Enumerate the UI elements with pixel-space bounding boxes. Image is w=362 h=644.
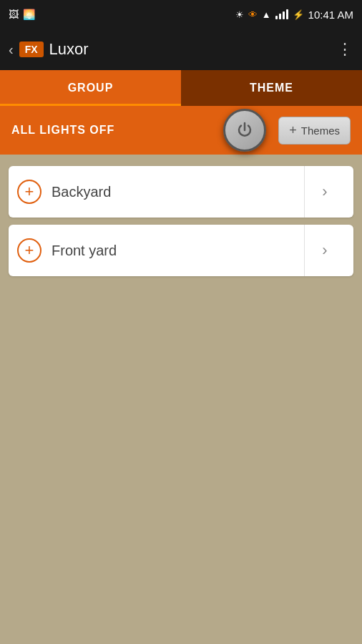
- tab-theme[interactable]: THEME: [181, 70, 362, 106]
- tab-group[interactable]: GROUP: [0, 70, 181, 106]
- themes-plus-icon: +: [289, 123, 297, 138]
- status-bar: 🖼 🌅 ☀ 👁 ▲ ⚡ 10:41 AM: [0, 0, 362, 29]
- power-toggle-button[interactable]: [220, 105, 270, 155]
- app-title: Luxor: [49, 40, 89, 59]
- battery-icon: ⚡: [293, 9, 304, 20]
- tab-theme-label: THEME: [250, 82, 293, 94]
- item-name: Front yard: [52, 243, 117, 259]
- clock: 10:41 AM: [308, 9, 353, 21]
- plus-icon: +: [25, 243, 34, 258]
- list-item-right[interactable]: ›: [305, 241, 345, 260]
- themes-button-label: Themes: [301, 125, 340, 137]
- plus-icon: +: [25, 184, 34, 200]
- tab-bar: GROUP THEME: [0, 70, 362, 106]
- signal-icon: [275, 9, 288, 19]
- power-toggle-bg: [223, 109, 266, 152]
- add-circle-button[interactable]: +: [17, 180, 41, 204]
- fx-badge: FX: [19, 42, 44, 57]
- overflow-menu-button[interactable]: ⋮: [337, 40, 353, 59]
- all-lights-label: ALL LIGHTS OFF: [11, 124, 220, 137]
- chevron-right-icon: ›: [322, 182, 327, 201]
- app-bar-left: ‹ FX Luxor: [9, 40, 89, 59]
- list-item-left: + Front yard: [17, 225, 305, 276]
- list-item[interactable]: + Backyard ›: [9, 166, 353, 218]
- list-item-right[interactable]: ›: [305, 182, 345, 201]
- control-band: ALL LIGHTS OFF + Themes: [0, 106, 362, 155]
- eye-icon: 👁: [248, 9, 258, 20]
- status-bar-right: ☀ 👁 ▲ ⚡ 10:41 AM: [235, 9, 353, 21]
- list-item[interactable]: + Front yard ›: [9, 225, 353, 276]
- brightness-icon: ☀: [235, 9, 244, 20]
- add-circle-button[interactable]: +: [17, 238, 41, 263]
- tab-group-label: GROUP: [68, 82, 114, 94]
- image-icon: 🖼: [9, 9, 19, 20]
- photo-icon: 🌅: [23, 9, 35, 20]
- wifi-icon: ▲: [262, 9, 271, 20]
- content-area: + Backyard › + Front yard ›: [0, 155, 362, 288]
- back-button[interactable]: ‹: [9, 42, 14, 58]
- list-item-left: + Backyard: [17, 166, 305, 218]
- item-name: Backyard: [52, 184, 111, 200]
- power-icon: [235, 121, 254, 140]
- themes-button[interactable]: + Themes: [278, 117, 351, 145]
- chevron-right-icon: ›: [322, 241, 327, 260]
- app-bar: ‹ FX Luxor ⋮: [0, 29, 362, 70]
- status-bar-left: 🖼 🌅: [9, 9, 35, 20]
